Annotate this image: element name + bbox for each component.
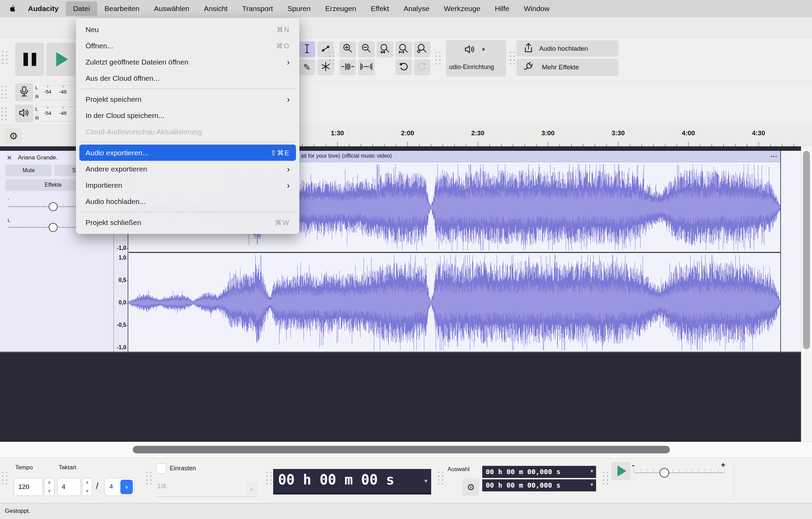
menubar-item-effekt[interactable]: Effekt bbox=[364, 1, 396, 16]
waveform-right-channel[interactable] bbox=[129, 254, 780, 352]
zoom-tool-zoom-out[interactable] bbox=[358, 41, 375, 57]
zoom-toolbar-grip[interactable] bbox=[435, 52, 440, 65]
tempo-toolbar-grip[interactable] bbox=[2, 472, 7, 484]
playback-meter-button[interactable] bbox=[15, 105, 33, 123]
play-at-speed-button[interactable] bbox=[611, 462, 631, 480]
vertical-scrollbar-thumb[interactable] bbox=[803, 151, 810, 349]
file-menu-item-aus-der-cloud-öffnen-[interactable]: Aus der Cloud öffnen... bbox=[79, 70, 296, 86]
time-toolbar-grip[interactable] bbox=[266, 472, 271, 484]
grip-dot bbox=[514, 59, 515, 61]
pan-slider-knob[interactable] bbox=[49, 223, 58, 232]
track-close-icon[interactable]: × bbox=[7, 153, 12, 163]
audio-upload-button[interactable]: Audio hochladen bbox=[516, 40, 618, 57]
tools-toolbar-grip[interactable] bbox=[329, 52, 334, 65]
file-menu-item-audio-exportieren-[interactable]: Audio exportieren...⇧⌘E bbox=[79, 145, 296, 161]
record-meter-button[interactable] bbox=[15, 83, 33, 101]
submenu-arrow-icon: › bbox=[287, 59, 290, 66]
menubar-item-hilfe[interactable]: Hilfe bbox=[488, 1, 517, 16]
playback-icon bbox=[18, 108, 30, 119]
menubar-item-bearbeiten[interactable]: Bearbeiten bbox=[97, 1, 147, 16]
apple-icon[interactable] bbox=[5, 4, 21, 13]
menubar-item-erzeugen[interactable]: Erzeugen bbox=[318, 1, 364, 16]
tempo-input[interactable]: 120 bbox=[14, 478, 43, 496]
clip-menu-icon[interactable]: … bbox=[770, 150, 778, 159]
file-menu-item-neu[interactable]: Neu⌘N bbox=[79, 21, 296, 38]
play-button[interactable] bbox=[46, 43, 75, 76]
menubar-item-window[interactable]: Window bbox=[517, 1, 557, 16]
grip-dot bbox=[6, 51, 7, 52]
more-effects-button[interactable]: Mehr Effekte bbox=[516, 59, 618, 76]
playback-meter-grip[interactable] bbox=[1, 107, 7, 120]
edit-tool-trim-outside-selection[interactable] bbox=[339, 59, 356, 75]
timeline-settings-button[interactable]: ⚙ bbox=[6, 128, 21, 144]
record-meter-grip[interactable] bbox=[1, 86, 7, 99]
menubar-item-auswählen[interactable]: Auswählen bbox=[147, 1, 197, 16]
edit-tool-redo[interactable] bbox=[414, 59, 430, 75]
snap-checkbox[interactable] bbox=[156, 463, 166, 474]
selection-start-dropdown-icon[interactable]: ▼ bbox=[590, 469, 594, 474]
taktart-upper-input[interactable]: 4 bbox=[57, 478, 81, 496]
snap-chevron-icon[interactable]: ∨ bbox=[246, 482, 257, 496]
menubar-item-werkzeuge[interactable]: Werkzeuge bbox=[437, 1, 488, 16]
file-menu-item-projekt-speichern[interactable]: Projekt speichern› bbox=[79, 91, 296, 107]
ruler-tick bbox=[595, 144, 595, 146]
taktart-lower-select[interactable]: 4 ∨ bbox=[104, 478, 135, 496]
audio-upload-label: Audio hochladen bbox=[539, 45, 588, 52]
ruler-tick bbox=[794, 144, 794, 146]
menubar-item-analyse[interactable]: Analyse bbox=[396, 1, 437, 16]
taktart-stepper[interactable]: ∧∨ bbox=[82, 478, 92, 496]
selection-end-field[interactable]: 00 h 00 m 00,000 s ▼ bbox=[482, 479, 596, 491]
menubar-item-audacity[interactable]: Audacity bbox=[21, 1, 66, 16]
transport-toolbar-grip[interactable] bbox=[2, 51, 7, 64]
menubar-item-ansicht[interactable]: Ansicht bbox=[197, 1, 235, 16]
grip-dot bbox=[150, 476, 151, 477]
selection-toolbar-grip[interactable] bbox=[438, 472, 443, 484]
file-menu-item-andere-exportieren[interactable]: Andere exportieren› bbox=[79, 161, 296, 177]
submenu-arrow-icon: › bbox=[287, 96, 290, 103]
file-menu-item-in-der-cloud-speichern-[interactable]: In der Cloud speichern... bbox=[79, 107, 296, 124]
speed-toolbar-grip[interactable] bbox=[603, 472, 608, 484]
menubar-item-datei[interactable]: Datei bbox=[66, 1, 97, 16]
clip-end-edge[interactable] bbox=[780, 151, 781, 353]
horizontal-scrollbar[interactable] bbox=[0, 442, 812, 458]
main-time-dropdown-icon[interactable]: ▼ bbox=[423, 478, 428, 484]
selection-end-dropdown-icon[interactable]: ▼ bbox=[590, 482, 594, 487]
mute-button[interactable]: Mute bbox=[6, 165, 52, 176]
file-menu-item-importieren[interactable]: Importieren› bbox=[79, 177, 296, 193]
grip-dot bbox=[514, 52, 515, 53]
zoom-tool-zoom-in[interactable] bbox=[339, 41, 356, 57]
snap-toolbar-grip[interactable] bbox=[146, 472, 151, 484]
gain-slider-knob[interactable] bbox=[49, 202, 58, 211]
speed-slider-knob[interactable] bbox=[660, 468, 669, 478]
gain-slider-tick bbox=[24, 204, 24, 206]
file-menu-item-audio-hochladen-[interactable]: Audio hochladen... bbox=[79, 193, 296, 209]
grip-dot bbox=[333, 63, 334, 65]
pause-button[interactable] bbox=[15, 43, 44, 76]
vertical-scrollbar[interactable] bbox=[801, 146, 812, 442]
audio-setup-grip[interactable] bbox=[510, 52, 515, 65]
zoom-tool-zoom-fit[interactable] bbox=[395, 41, 412, 57]
file-menu-item-zuletzt-geöffnete-dateien-öffnen[interactable]: Zuletzt geöffnete Dateien öffnen› bbox=[79, 54, 296, 70]
speed-tick bbox=[724, 469, 725, 472]
audio-setup-button[interactable]: ▼Audio-Einrichtung bbox=[446, 40, 506, 77]
zoom-tool-zoom-toggle[interactable] bbox=[414, 41, 430, 57]
track-name[interactable]: Ariana Grande. bbox=[18, 154, 58, 161]
selection-start-field[interactable]: 00 h 00 m 00,000 s ▼ bbox=[482, 466, 596, 478]
edit-tool-undo[interactable] bbox=[395, 59, 412, 75]
tool-draw[interactable]: ✎ bbox=[299, 59, 315, 75]
tool-selection[interactable] bbox=[299, 41, 315, 57]
main-time-display[interactable]: 00 h 00 m 00 s ▼ bbox=[273, 469, 431, 494]
tempo-stepper[interactable]: ∧∨ bbox=[44, 478, 55, 496]
horizontal-scrollbar-thumb[interactable] bbox=[133, 446, 670, 453]
pan-slider-tick bbox=[63, 225, 63, 227]
speed-slider-track[interactable] bbox=[634, 472, 724, 473]
selection-settings-button[interactable]: ⚙ bbox=[463, 479, 479, 496]
edit-tool-silence-selection[interactable] bbox=[358, 59, 375, 75]
menubar-item-spuren[interactable]: Spuren bbox=[280, 1, 318, 16]
file-menu-item-projekt-schließen[interactable]: Projekt schließen⌘W bbox=[79, 214, 296, 231]
snap-value[interactable]: 1/8 bbox=[157, 483, 166, 490]
zoom-tool-zoom-selection[interactable] bbox=[377, 41, 393, 57]
file-menu-item--ffnen-[interactable]: Öffnen...⌘O bbox=[79, 38, 296, 54]
file-menu-item-cloud-audiovorschau-aktualisierung[interactable]: Cloud-Audiovorschau Aktualisierung bbox=[79, 124, 296, 140]
menubar-item-transport[interactable]: Transport bbox=[235, 1, 280, 16]
